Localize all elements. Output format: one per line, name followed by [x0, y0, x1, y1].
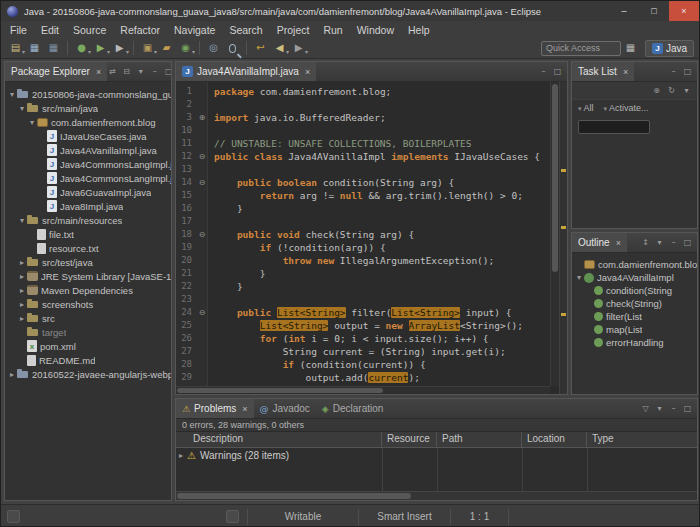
tab-outline[interactable]: Outline ×	[572, 233, 627, 252]
expander-icon[interactable]: ▾	[17, 104, 27, 113]
open-perspective-button[interactable]: ▦	[622, 40, 639, 56]
tree-item[interactable]: JJava6GuavaImpl.java	[5, 185, 171, 199]
view-menu-icon[interactable]: ▾	[654, 238, 665, 247]
tree-item[interactable]: ▾src/main/java	[5, 101, 171, 115]
tree-item[interactable]: com.damienfremont.blog	[572, 258, 697, 271]
toolbar-search-icon[interactable]	[224, 40, 241, 56]
tree-item[interactable]: JJava4AVanillaImpl.java	[5, 143, 171, 157]
new-task-icon[interactable]: ⊕	[651, 86, 662, 95]
minimize-icon[interactable]: –	[149, 67, 160, 76]
menu-window[interactable]: Window	[350, 22, 401, 38]
expander-icon[interactable]: ▾	[7, 90, 17, 99]
tasklist-link-all[interactable]: All	[578, 103, 593, 113]
warning-mark[interactable]	[561, 169, 566, 172]
editor-vertical-scrollbar[interactable]	[550, 82, 559, 386]
maximize-icon[interactable]: □	[682, 238, 693, 247]
column-divider[interactable]	[587, 448, 588, 491]
toolbar-new-wizard-icon[interactable]: ▤▾	[7, 40, 24, 56]
tree-item[interactable]: ▸Maven Dependencies	[5, 283, 171, 297]
tree-item[interactable]: check(String)	[572, 297, 697, 310]
toolbar-new-package-icon[interactable]: ▰	[158, 40, 175, 56]
minimize-icon[interactable]: –	[668, 404, 679, 413]
quick-access-input[interactable]: Quick Access	[541, 41, 621, 56]
outline-tree[interactable]: com.damienfremont.blog▾Java4AVanillaImpl…	[572, 253, 697, 394]
expander-icon[interactable]: ▸	[17, 272, 27, 281]
expander-icon[interactable]: ▸	[7, 370, 17, 379]
tree-item[interactable]: resource.txt	[5, 241, 171, 255]
toolbar-last-edit-location-icon[interactable]: ↩	[252, 40, 269, 56]
tree-item[interactable]: JJava8Impl.java	[5, 199, 171, 213]
menu-navigate[interactable]: Navigate	[167, 22, 222, 38]
toolbar-open-type-icon[interactable]: ◎	[205, 40, 222, 56]
expander-icon[interactable]: ▸	[17, 258, 27, 267]
toolbar-forward-icon[interactable]: ▶▾	[290, 40, 307, 56]
close-icon[interactable]: ×	[305, 67, 310, 77]
problems-horizontal-scrollbar[interactable]	[176, 491, 697, 500]
menu-project[interactable]: Project	[270, 22, 317, 38]
view-menu-icon[interactable]: ▾	[654, 404, 665, 413]
close-icon[interactable]: ×	[242, 404, 247, 414]
column-divider[interactable]	[522, 448, 523, 491]
maximize-button[interactable]: □	[639, 1, 669, 21]
tab-java4avanillaimpl[interactable]: J Java4AVanillaImpl.java ×	[176, 62, 316, 81]
tree-item[interactable]: README.md	[5, 353, 171, 367]
toolbar-external-tools-icon[interactable]: ▶▾	[111, 40, 128, 56]
task-search-input[interactable]	[578, 120, 650, 134]
minimize-icon[interactable]: –	[668, 67, 679, 76]
menu-search[interactable]: Search	[222, 22, 269, 38]
menu-help[interactable]: Help	[401, 22, 437, 38]
tree-item[interactable]: target	[5, 325, 171, 339]
tab-declaration[interactable]: ◈Declaration	[316, 399, 390, 418]
close-icon[interactable]: ×	[623, 67, 628, 77]
scrollbar-thumb[interactable]	[552, 84, 558, 272]
menu-source[interactable]: Source	[66, 22, 113, 38]
column-header-type[interactable]: Type	[587, 432, 697, 447]
menu-refactor[interactable]: Refactor	[113, 22, 167, 38]
maximize-icon[interactable]: □	[163, 67, 172, 76]
tree-item[interactable]: JJava4CommonsLangImpl.java	[5, 171, 171, 185]
expander-icon[interactable]: ▸	[17, 286, 27, 295]
tree-item[interactable]: condition(String	[572, 284, 697, 297]
toolbar-save-icon[interactable]: ▦	[26, 40, 43, 56]
tree-item[interactable]: map(List	[572, 323, 697, 336]
warning-mark[interactable]	[561, 226, 566, 229]
expander-icon[interactable]: ▾	[17, 216, 27, 225]
scrollbar-thumb[interactable]	[177, 388, 383, 393]
collapse-all-icon[interactable]: ⊟	[121, 67, 132, 76]
tree-item[interactable]: ▸src	[5, 311, 171, 325]
tree-item[interactable]: ▸20160522-javaee-angularjs-webpack	[5, 367, 171, 381]
refresh-icon[interactable]: ↻	[666, 86, 677, 95]
editor-horizontal-scrollbar[interactable]	[176, 386, 550, 394]
toolbar-debug-icon[interactable]: ●▾	[73, 40, 90, 56]
toolbar-save-all-icon[interactable]: ▦	[45, 40, 62, 56]
column-header-location[interactable]: Location	[522, 432, 587, 447]
view-menu-icon[interactable]: ▾	[681, 86, 692, 95]
tree-item[interactable]: file.txt	[5, 227, 171, 241]
view-menu-icon[interactable]: ▾	[135, 67, 146, 76]
expander-icon[interactable]: ▸	[176, 451, 186, 460]
tab-package-explorer[interactable]: Package Explorer ×	[5, 62, 107, 81]
tree-item[interactable]: ▸screenshots	[5, 297, 171, 311]
package-explorer-tree[interactable]: ▾20150806-java-commonslang_guava_java8▾s…	[5, 82, 171, 500]
fold-marker-icon[interactable]: ⊖	[196, 306, 208, 319]
expander-icon[interactable]: ▸	[17, 300, 27, 309]
toolbar-new-java-project-icon[interactable]: ▣▾	[139, 40, 156, 56]
tasklist-link-activate[interactable]: Activate...	[603, 103, 648, 113]
menu-run[interactable]: Run	[316, 22, 349, 38]
tree-item[interactable]: ▾com.damienfremont.blog	[5, 115, 171, 129]
column-header-description[interactable]: Description	[176, 432, 382, 447]
tab-problems[interactable]: ⚠Problems×	[176, 399, 254, 418]
fold-marker-icon[interactable]: ⊖	[196, 150, 208, 163]
toolbar-back-icon[interactable]: ◀▾	[271, 40, 288, 56]
minimize-button[interactable]: –	[609, 1, 639, 21]
tree-item[interactable]: filter(List	[572, 310, 697, 323]
tree-item[interactable]: xpom.xml	[5, 339, 171, 353]
column-divider[interactable]	[382, 448, 383, 491]
tree-item[interactable]: JIJavaUseCases.java	[5, 129, 171, 143]
minimize-icon[interactable]: –	[538, 67, 549, 76]
maximize-icon[interactable]: □	[552, 67, 563, 76]
fold-marker-icon[interactable]: ⊕	[196, 111, 208, 124]
close-icon[interactable]: ×	[616, 238, 621, 248]
column-divider[interactable]	[437, 448, 438, 491]
toolbar-run-icon[interactable]: ▶▾	[92, 40, 109, 56]
